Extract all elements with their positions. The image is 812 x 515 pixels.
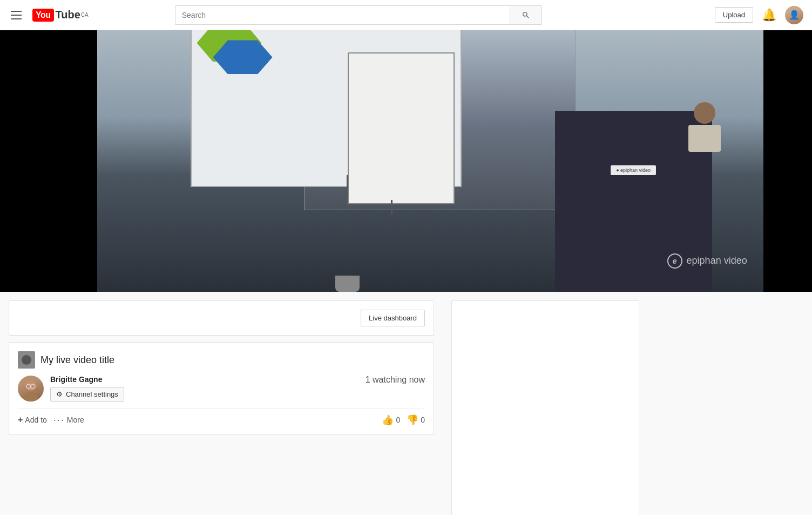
hamburger-line [11,18,22,19]
dots-icon: ··· [53,415,65,425]
svg-point-1 [23,392,38,402]
video-title: My live video title [40,355,114,366]
more-button[interactable]: ··· More [53,415,84,425]
sidebar-placeholder [451,300,639,515]
channel-avatar-image [18,376,44,402]
scene-right-black [763,0,812,292]
plant-stem [347,175,348,197]
thumbs-down-icon: 👎 [407,414,418,426]
hamburger-line [11,11,22,12]
speaker-body [688,125,721,152]
search-icon [522,11,530,19]
speaker-head [694,102,715,124]
video-info-card: My live video title [9,342,434,435]
menu-button[interactable] [9,9,24,22]
dislike-count: 0 [421,416,425,424]
watermark-text: epiphan video [687,255,747,266]
search-button[interactable] [510,5,542,25]
search-input[interactable] [175,5,510,25]
gear-icon: ⚙ [56,390,63,398]
plant-pot [335,276,360,292]
speaker [669,102,740,204]
sidebar-content [443,292,648,515]
avatar-image: 👤 [785,6,803,24]
channel-icon-inner [22,355,31,365]
like-button[interactable]: 👍 0 [382,414,400,426]
video-player[interactable]: ● epiphan video e epiphan video [0,0,812,292]
content-area: Live dashboard My live video title [0,292,812,515]
youtube-logo[interactable]: YouTubeCA [32,9,89,22]
header-right: Upload 🔔 👤 [715,6,803,24]
video-scene: ● epiphan video e epiphan video [0,0,812,292]
video-title-row: My live video title [18,351,425,369]
avatar[interactable]: 👤 [785,6,803,24]
add-to-label: Add to [25,416,46,424]
upload-button[interactable]: Upload [715,7,753,23]
thumbs-up-icon: 👍 [382,414,394,426]
channel-settings-label: Channel settings [66,390,118,398]
header: YouTubeCA Upload 🔔 👤 [0,0,812,30]
plus-icon: + [18,415,23,425]
youtube-text: Tube [56,9,80,21]
like-dislike-area: 👍 0 👎 0 [382,414,425,426]
channel-info: Brigitte Gagne ⚙ Channel settings [50,375,124,402]
dislike-button[interactable]: 👎 0 [407,414,425,426]
youtube-logo-icon: YouTubeCA [32,9,89,22]
like-count: 0 [396,416,400,424]
search-area [175,5,542,25]
live-dashboard-button[interactable]: Live dashboard [361,310,425,326]
youtube-ca-label: CA [81,12,89,18]
channel-settings-button[interactable]: ⚙ Channel settings [50,387,124,402]
more-label: More [67,416,84,424]
watching-count: 1 watching now [366,375,425,385]
bell-icon: 🔔 [762,8,776,22]
channel-name: Brigitte Gagne [50,375,124,384]
hamburger-line [11,15,22,16]
whiteboard-stand [391,200,393,215]
scene-background: ● epiphan video [97,0,812,292]
channel-avatar[interactable] [18,376,44,402]
youtube-icon: You [32,9,54,22]
podium-logo: ● epiphan video [611,165,656,175]
watermark: e epiphan video [667,253,747,269]
channel-icon [18,351,35,369]
watermark-icon: e [667,253,682,269]
live-dashboard-bar: Live dashboard [9,300,434,336]
scene-left-black [0,0,97,292]
add-to-button[interactable]: + Add to [18,415,47,425]
main-content: Live dashboard My live video title [0,292,443,515]
video-section: ● epiphan video e epiphan video [0,0,812,292]
avatar-svg [18,376,44,402]
header-left: YouTubeCA [9,9,89,22]
channel-row: Brigitte Gagne ⚙ Channel settings 1 watc… [18,375,425,402]
video-actions-row: + Add to ··· More 👍 0 👎 0 [18,408,425,426]
plant [319,175,376,292]
notification-button[interactable]: 🔔 [762,8,776,22]
